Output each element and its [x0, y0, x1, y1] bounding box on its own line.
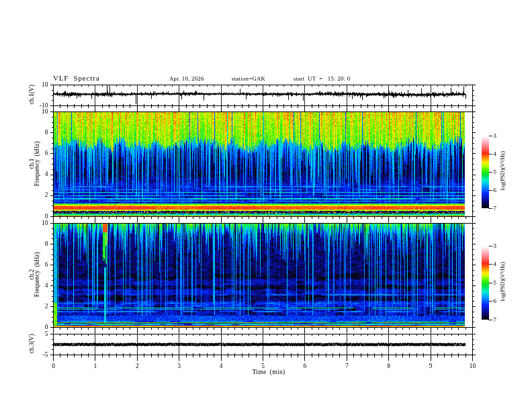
ch1-waveform-canvas: [54, 85, 472, 105]
y-tick-label: 10: [31, 109, 48, 116]
x-tick-label: 3: [173, 363, 186, 370]
x-tick-label: 7: [340, 363, 353, 370]
colorbar-axis-label: log(PSD)(V²/Hz): [500, 130, 506, 211]
y-tick-label: 0: [31, 214, 48, 220]
plot-date: Apr. 10, 2026: [169, 76, 204, 82]
x-tick-label: 6: [298, 363, 312, 370]
x-tick-label: 9: [424, 363, 437, 370]
colorbar-1-canvas: [482, 136, 489, 208]
plot-station: station=GAK: [232, 76, 265, 82]
ch2-spectrogram-canvas: [54, 224, 465, 327]
x-tick-label: 8: [382, 363, 396, 370]
y-axis-label-line2: Frequency (kHz): [34, 234, 41, 315]
y-axis-label-line2: Frequency (kHz): [34, 123, 41, 203]
ch1-spectrogram-canvas: [54, 112, 465, 216]
plot-start-ut: start UT = 15: 20: 0: [294, 76, 350, 82]
colorbar-2-canvas: [482, 246, 489, 320]
ch3-waveform-canvas: [54, 334, 472, 355]
y-tick-label: 10: [31, 220, 48, 227]
x-tick-label: 1: [89, 363, 102, 370]
x-tick-label: 10: [466, 363, 480, 370]
x-tick-label: 2: [130, 363, 144, 370]
colorbar-axis-label: log(PSD)(V²/Hz): [500, 241, 506, 322]
x-tick-label: 5: [257, 363, 270, 370]
plot-title: VLF Spectra: [53, 75, 99, 82]
vlf-spectra-figure: VLF Spectra Apr. 10, 2026 station=GAK st…: [0, 0, 532, 411]
x-tick-label: 0: [47, 363, 60, 370]
x-tick-label: 4: [214, 363, 228, 370]
y-axis-label: ch.3(V): [29, 317, 36, 371]
x-axis-title: Time (min): [242, 369, 296, 376]
